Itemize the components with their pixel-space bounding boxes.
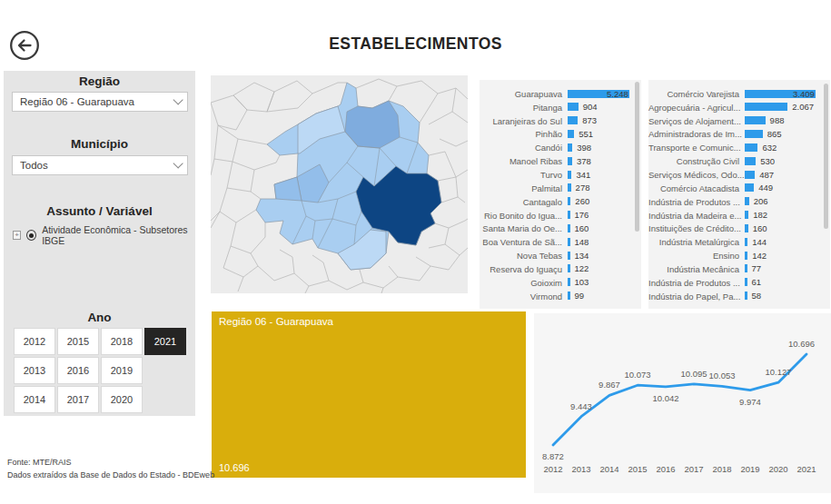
bar-value-label: 206 — [754, 196, 768, 206]
bar[interactable] — [568, 157, 572, 165]
x-axis-tick-label: 2014 — [599, 464, 618, 474]
bar-category-label: Turvo — [480, 170, 568, 180]
bar-category-label: Pitanga — [480, 103, 568, 113]
bar[interactable] — [745, 197, 749, 205]
year-button-2018[interactable]: 2018 — [101, 328, 143, 355]
bar[interactable] — [568, 264, 570, 272]
bar-value-label: 2.067 — [792, 102, 814, 112]
bar-category-label: Goioxim — [480, 278, 568, 288]
bar[interactable] — [745, 116, 766, 124]
year-button-2016[interactable]: 2016 — [57, 357, 99, 384]
bar-category-label: Transporte e Comunic... — [648, 143, 745, 153]
bar-value-label: 148 — [575, 237, 589, 247]
bar-value-label: 865 — [767, 129, 782, 139]
bar-value-label: 144 — [752, 237, 767, 247]
bar[interactable] — [568, 171, 571, 179]
bar-row: Indústria Metalúrgica144 — [648, 235, 830, 249]
x-axis-tick-label: 2012 — [543, 464, 562, 474]
bar-category-label: Guarapuava — [480, 89, 568, 99]
line-data-label: 9.443 — [570, 401, 592, 411]
kpi-label: Região 06 - Guarapuava — [219, 316, 333, 327]
year-line-chart[interactable]: 8.8729.4439.86710.07310.04210.09510.0539… — [534, 313, 831, 493]
bar[interactable] — [745, 183, 754, 192]
bar[interactable] — [568, 116, 578, 124]
bar-row: Transporte e Comunic...632 — [648, 141, 830, 154]
bar[interactable] — [745, 211, 748, 219]
bar[interactable] — [745, 278, 747, 286]
line-data-label: 10.696 — [788, 339, 815, 349]
bar[interactable] — [568, 224, 570, 232]
year-button-2017[interactable]: 2017 — [57, 386, 99, 413]
bar-category-label: Comércio Varejista — [648, 89, 745, 99]
bar[interactable] — [568, 252, 570, 260]
expand-icon[interactable]: + — [13, 231, 21, 240]
bar-value-label: 988 — [770, 115, 785, 125]
bar[interactable] — [568, 183, 571, 192]
bar-category-label: Cantagalo — [480, 197, 568, 207]
bar-category-label: Indústria de Produtos ... — [648, 197, 745, 207]
bar-value-label: 530 — [760, 156, 775, 166]
bar[interactable] — [745, 224, 748, 232]
bar[interactable] — [745, 252, 747, 260]
year-button-2012[interactable]: 2012 — [14, 328, 55, 355]
bar[interactable] — [745, 157, 756, 165]
bar-category-label: Boa Ventura de Sã... — [480, 237, 568, 247]
bar[interactable] — [745, 238, 747, 246]
year-button-2019[interactable]: 2019 — [101, 357, 143, 384]
bar-row: Agropecuária - Agricul...2.067 — [648, 101, 830, 114]
bar-row: Comércio Varejista3.409 — [648, 87, 830, 101]
year-button-2020[interactable]: 2020 — [101, 386, 143, 413]
footer-source: Fonte: MTE/RAIS — [7, 456, 214, 469]
bar-category-label: Indústria da Madeira e... — [648, 211, 745, 221]
bar-value-label: 61 — [752, 277, 762, 287]
line-data-label: 9.867 — [599, 380, 620, 390]
bar-row: Guarapuava5.248 — [480, 87, 641, 101]
line-data-label: 8.872 — [542, 451, 564, 461]
x-axis-tick-label: 2017 — [684, 464, 703, 474]
year-button-2015[interactable]: 2015 — [57, 328, 99, 355]
line-data-label: 10.073 — [624, 370, 650, 380]
assunto-radio[interactable] — [26, 230, 36, 241]
bar-category-label: Virmond — [480, 292, 568, 301]
bar-value-label: 5.248 — [607, 89, 628, 99]
bar-row: Palmital278 — [480, 182, 641, 195]
bar[interactable] — [568, 143, 572, 152]
bar[interactable] — [568, 278, 570, 286]
bar-row: Serviços Médicos, Odo...487 — [648, 168, 830, 182]
bar[interactable] — [568, 211, 570, 219]
municipio-dropdown-value: Todos — [20, 160, 173, 171]
municipio-dropdown[interactable]: Todos — [12, 155, 188, 175]
year-button-2014[interactable]: 2014 — [14, 386, 55, 413]
bar[interactable] — [568, 238, 570, 246]
bar-value-label: 873 — [582, 115, 597, 125]
bar[interactable] — [745, 143, 757, 152]
bar[interactable] — [745, 103, 787, 111]
bar[interactable] — [745, 130, 763, 138]
footer-note: Dados extraídos da Base de Dados do Esta… — [7, 469, 214, 481]
year-button-2013[interactable]: 2013 — [14, 357, 55, 384]
year-button-2021[interactable]: 2021 — [144, 328, 186, 355]
bar[interactable] — [568, 292, 570, 300]
bar-row: Reserva do Iguaçu122 — [480, 262, 641, 276]
choropleth-map[interactable] — [211, 75, 468, 293]
bar[interactable] — [568, 130, 574, 138]
bar[interactable] — [745, 264, 747, 272]
bar[interactable] — [745, 292, 747, 300]
bar-row: Santa Maria do Oe...160 — [480, 222, 641, 235]
bar[interactable] — [568, 197, 570, 205]
bar-row: Turvo341 — [480, 168, 641, 182]
bar-category-label: Palmital — [480, 183, 568, 193]
line-data-label: 10.127 — [765, 367, 791, 377]
bar-category-label: Santa Maria do Oe... — [480, 223, 568, 233]
bar-value-label: 278 — [576, 183, 590, 193]
sector-chart-scrollbar[interactable] — [824, 84, 828, 229]
bar-value-label: 122 — [575, 263, 589, 273]
regiao-dropdown[interactable]: Região 06 - Guarapuava — [12, 92, 188, 112]
municipality-chart-scrollbar[interactable] — [635, 82, 639, 232]
sector-bar-chart: Comércio Varejista3.409Agropecuária - Ag… — [648, 80, 830, 309]
bar[interactable] — [745, 171, 755, 179]
bar-category-label: Indústria Mecânica — [648, 264, 745, 274]
kpi-card[interactable]: Região 06 - Guarapuava 10.696 — [212, 311, 526, 478]
x-axis-tick-label: 2019 — [740, 464, 759, 474]
bar[interactable] — [568, 103, 579, 111]
